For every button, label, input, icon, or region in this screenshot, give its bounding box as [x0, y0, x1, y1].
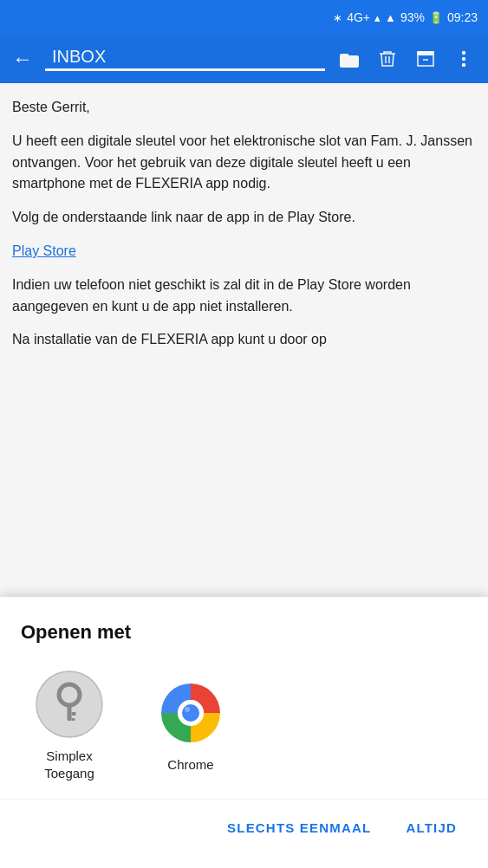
nav-actions: [332, 42, 481, 76]
status-icons: ∗ 4G+ ▴ ▲ 93% 🔋 09:23: [333, 10, 478, 24]
svg-point-10: [182, 704, 199, 722]
bottom-sheet: Openen met Simplex Toegang: [0, 597, 488, 868]
time-label: 09:23: [447, 10, 478, 24]
chrome-icon-container: [156, 678, 225, 748]
delete-button[interactable]: [370, 42, 405, 76]
back-button[interactable]: ←: [7, 43, 38, 74]
signal-label: 4G+: [347, 10, 370, 24]
email-para4: Na installatie van de FLEXERIA app kunt …: [12, 329, 476, 351]
wifi-icon: ▴: [374, 11, 381, 24]
bluetooth-icon: ∗: [333, 11, 342, 24]
signal-bars-icon: ▲: [385, 11, 396, 24]
svg-point-11: [185, 707, 190, 712]
bottom-sheet-title: Openen met: [0, 597, 488, 652]
chrome-label: Chrome: [167, 756, 213, 774]
nav-bar: ← INBOX: [0, 35, 488, 83]
bottom-sheet-actions: SLECHTS EENMAAL ALTIJD: [0, 799, 488, 868]
battery-icon: 🔋: [429, 11, 443, 24]
svg-point-1: [462, 51, 465, 55]
delete-icon: [379, 49, 396, 68]
svg-rect-6: [68, 703, 72, 721]
battery-label: 93%: [400, 10, 425, 24]
always-button[interactable]: ALTIJD: [388, 808, 474, 847]
app-item-chrome[interactable]: Chrome: [156, 678, 225, 774]
more-button[interactable]: [446, 42, 481, 76]
more-icon: [461, 49, 466, 68]
svg-point-3: [462, 63, 465, 67]
play-store-link[interactable]: Play Store: [12, 243, 76, 258]
svg-rect-0: [417, 51, 434, 55]
archive-button[interactable]: [408, 42, 443, 76]
email-para3: Indien uw telefoon niet geschikt is zal …: [12, 275, 476, 318]
simplex-icon-container: [35, 670, 104, 739]
chrome-icon: [157, 679, 224, 747]
nav-title: INBOX: [45, 47, 325, 71]
app-item-simplex[interactable]: Simplex Toegang: [35, 670, 104, 781]
archive-icon: [416, 50, 435, 68]
folder-button[interactable]: [332, 42, 367, 76]
simplex-label: Simplex Toegang: [44, 748, 94, 781]
email-content: Beste Gerrit, U heeft een digitale sleut…: [0, 83, 488, 556]
back-icon: ←: [12, 47, 33, 71]
email-para1: U heeft een digitale sleutel voor het el…: [12, 131, 476, 195]
email-greeting: Beste Gerrit,: [12, 97, 476, 119]
svg-point-2: [462, 57, 465, 61]
folder-icon: [340, 50, 359, 68]
once-button[interactable]: SLECHTS EENMAAL: [210, 808, 388, 847]
status-bar: ∗ 4G+ ▴ ▲ 93% 🔋 09:23: [0, 0, 488, 35]
simplex-icon: [36, 670, 103, 738]
app-grid: Simplex Toegang: [0, 652, 488, 799]
svg-rect-7: [72, 712, 76, 716]
email-para2: Volg de onderstaande link naar de app in…: [12, 207, 476, 229]
svg-rect-8: [72, 718, 75, 721]
